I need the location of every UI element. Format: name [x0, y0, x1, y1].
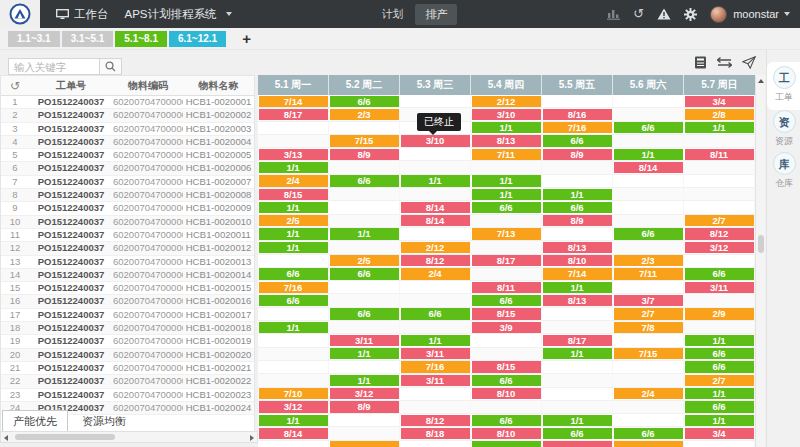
schedule-cell[interactable]: 1/1	[329, 228, 400, 241]
schedule-cell[interactable]: 6/6	[258, 268, 329, 281]
schedule-task-bar[interactable]: 1/1	[685, 415, 754, 426]
user-chevron-down-icon[interactable]	[784, 12, 790, 16]
schedule-task-bar[interactable]: 8/17	[259, 109, 328, 120]
schedule-cell[interactable]: 3/12	[258, 401, 329, 414]
schedule-task-bar[interactable]: 6/6	[330, 308, 399, 319]
schedule-task-bar[interactable]: 3/11	[401, 375, 470, 386]
schedule-task-bar[interactable]: 1/1	[543, 189, 612, 200]
schedule-cell[interactable]: 1/1	[329, 374, 400, 387]
user-avatar[interactable]	[710, 6, 727, 23]
schedule-task-bar[interactable]: 8/14	[401, 215, 470, 226]
schedule-cell[interactable]: 2/12	[471, 95, 542, 108]
schedule-cell[interactable]: 8/15	[471, 308, 542, 321]
chart-icon[interactable]	[607, 8, 620, 20]
schedule-cell[interactable]: 6/6	[613, 122, 684, 135]
work-order-row[interactable]: 22PO151224003760200704700000HCB1-0020022	[1, 375, 254, 388]
schedule-cell[interactable]: 8/10	[471, 427, 542, 440]
schedule-task-bar[interactable]: 3/4	[685, 96, 754, 107]
workbench-menu[interactable]: 工作台	[56, 7, 109, 22]
schedule-task-bar[interactable]: 6/6	[685, 361, 754, 372]
schedule-task-bar[interactable]: 6/6	[685, 348, 754, 359]
schedule-task-bar[interactable]: 6/6	[543, 135, 612, 146]
schedule-task-bar[interactable]: 1/1	[543, 282, 612, 293]
schedule-task-bar[interactable]: 2/7	[685, 215, 754, 226]
schedule-task-bar[interactable]: 7/8	[614, 322, 683, 333]
day-header-sun[interactable]: 5.7 周日	[684, 75, 755, 95]
schedule-task-bar[interactable]: 2/5	[330, 255, 399, 266]
schedule-task-bar[interactable]: 8/9	[330, 401, 399, 412]
day-header-fri[interactable]: 5.5 周五	[542, 75, 613, 95]
schedule-task-bar[interactable]: 1/1	[472, 175, 541, 186]
schedule-task-bar[interactable]: 7/15	[330, 135, 399, 146]
schedule-cell[interactable]: 1/1	[258, 201, 329, 214]
schedule-task-bar[interactable]: 2/7	[614, 308, 683, 319]
schedule-task-bar[interactable]: 3/9	[472, 322, 541, 333]
schedule-task-bar[interactable]	[614, 441, 683, 447]
tab-range-1[interactable]: 1.1~3.1	[8, 31, 60, 47]
schedule-task-bar[interactable]: 8/11	[685, 149, 754, 160]
schedule-task-bar[interactable]: 2/9	[685, 308, 754, 319]
schedule-task-bar[interactable]: 7/11	[472, 149, 541, 160]
schedule-task-bar[interactable]: 8/12	[401, 255, 470, 266]
schedule-task-bar[interactable]: 8/12	[401, 415, 470, 426]
schedule-task-bar[interactable]	[472, 441, 541, 447]
schedule-cell[interactable]: 7/15	[329, 135, 400, 148]
history-icon[interactable]: ↺	[633, 8, 644, 20]
schedule-task-bar[interactable]: 6/6	[472, 202, 541, 213]
work-order-row[interactable]: 8PO151224003760200704700000HCB1-0020008	[1, 189, 254, 202]
schedule-task-bar[interactable]: 1/1	[259, 415, 328, 426]
schedule-cell[interactable]: 8/13	[471, 135, 542, 148]
rail-item-work-order[interactable]: 工 工单	[767, 66, 800, 104]
schedule-task-bar[interactable]: 8/14	[614, 162, 683, 173]
schedule-cell[interactable]: 1/1	[613, 148, 684, 161]
schedule-cell[interactable]: 1/1	[471, 188, 542, 201]
schedule-cell[interactable]: 8/12	[400, 255, 471, 268]
schedule-task-bar[interactable]: 8/15	[259, 189, 328, 200]
schedule-task-bar[interactable]: 6/6	[685, 268, 754, 279]
schedule-task-bar[interactable]: 8/13	[472, 135, 541, 146]
schedule-task-bar[interactable]: 8/16	[543, 109, 612, 120]
schedule-task-bar[interactable]: 3/12	[259, 401, 328, 412]
schedule-task-bar[interactable]: 2/3	[330, 109, 399, 120]
schedule-cell[interactable]: 3/11	[400, 374, 471, 387]
schedule-task-bar[interactable]: 8/10	[472, 388, 541, 399]
schedule-cell[interactable]: 2/3	[329, 108, 400, 121]
schedule-cell[interactable]: 1/1	[684, 334, 755, 347]
schedule-cell[interactable]: 2/4	[613, 388, 684, 401]
schedule-task-bar[interactable]: 6/6	[401, 308, 470, 319]
schedule-task-bar[interactable]: 1/1	[685, 388, 754, 399]
schedule-task-bar[interactable]: 1/1	[259, 322, 328, 333]
schedule-task-bar[interactable]: 2/4	[401, 268, 470, 279]
horizontal-scrollbar[interactable]	[0, 431, 258, 443]
schedule-task-bar[interactable]: 3/7	[614, 295, 683, 306]
schedule-task-bar[interactable]: 1/1	[543, 415, 612, 426]
schedule-task-bar[interactable]: 8/13	[543, 242, 612, 253]
schedule-cell[interactable]: 7/14	[258, 95, 329, 108]
schedule-task-bar[interactable]: 1/1	[330, 228, 399, 239]
work-order-row[interactable]: 16PO151224003760200704700000HCB1-0020016	[1, 295, 254, 308]
schedule-button[interactable]: 排产	[415, 4, 457, 25]
plan-menu[interactable]: 计划	[381, 7, 403, 22]
resource-balance-button[interactable]: 资源均衡	[72, 411, 136, 432]
schedule-cell[interactable]: 8/16	[542, 108, 613, 121]
schedule-task-bar[interactable]: 7/16	[543, 122, 612, 133]
schedule-cell[interactable]: 6/6	[684, 268, 755, 281]
schedule-cell[interactable]: 7/11	[613, 268, 684, 281]
schedule-cell[interactable]: 1/1	[258, 241, 329, 254]
schedule-cell[interactable]: 8/11	[684, 148, 755, 161]
schedule-cell[interactable]: 1/1	[684, 122, 755, 135]
schedule-cell[interactable]: 2/12	[400, 241, 471, 254]
schedule-cell[interactable]	[613, 441, 684, 447]
schedule-task-bar[interactable]: 7/16	[401, 361, 470, 372]
schedule-cell[interactable]: 3/12	[329, 388, 400, 401]
work-order-row[interactable]: 4PO151224003760200704700000HCB1-0020004	[1, 136, 254, 149]
schedule-cell[interactable]: 2/7	[684, 215, 755, 228]
schedule-cell[interactable]: 8/17	[542, 334, 613, 347]
schedule-cell[interactable]: 1/1	[542, 188, 613, 201]
schedule-cell[interactable]: 8/14	[400, 215, 471, 228]
schedule-task-bar[interactable]	[330, 441, 399, 447]
work-order-row[interactable]: 23PO151224003760200704700000HCB1-0020023	[1, 389, 254, 402]
schedule-cell[interactable]: 3/11	[329, 334, 400, 347]
schedule-cell[interactable]: 3/12	[684, 241, 755, 254]
schedule-cell[interactable]: 7/15	[613, 348, 684, 361]
